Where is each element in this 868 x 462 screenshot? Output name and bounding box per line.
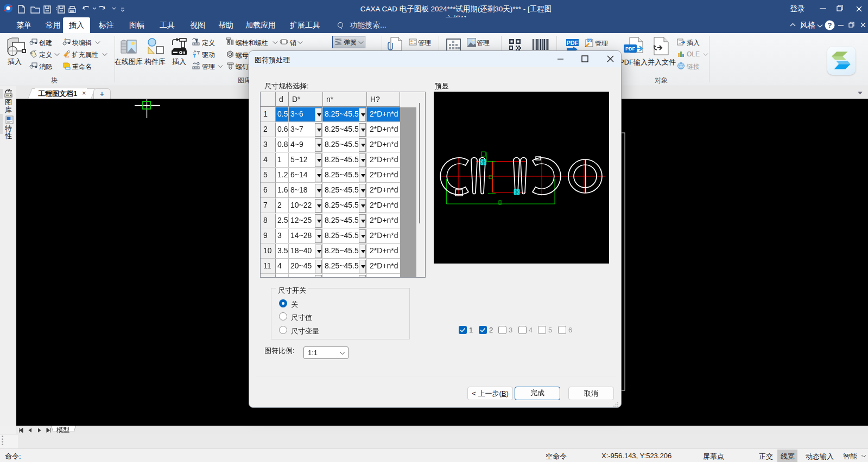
svg-text:PDF: PDF (567, 40, 579, 46)
svg-text:PDF: PDF (625, 46, 636, 52)
svg-text:?: ? (828, 21, 832, 29)
svg-text:Ex: Ex (65, 55, 69, 58)
svg-text:PDF: PDF (587, 40, 592, 42)
